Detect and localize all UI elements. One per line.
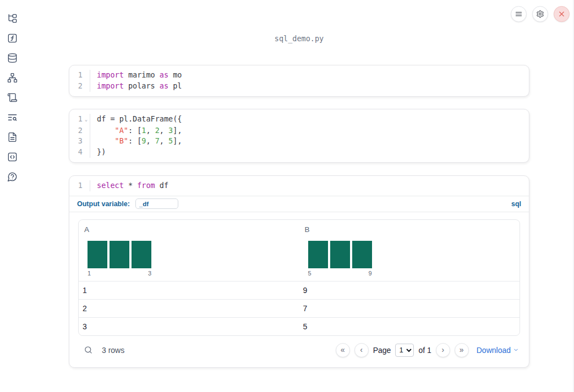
last-page-button[interactable]: » xyxy=(455,343,469,357)
column-histogram: 59 xyxy=(308,241,372,277)
table-cell: 5 xyxy=(299,322,520,331)
document-icon[interactable] xyxy=(7,132,18,142)
chevron-right-icon: › xyxy=(441,346,444,354)
help-icon[interactable] xyxy=(7,172,18,182)
table-row: 19 xyxy=(79,281,520,299)
output-variable-input[interactable] xyxy=(135,198,178,209)
column-histogram: 13 xyxy=(88,241,151,277)
code-line: 2 "A": [1, 2, 3], xyxy=(69,125,529,136)
function-square-icon[interactable] xyxy=(7,33,18,43)
notebook-content: sql_demo.py 1import marimo as mo2import … xyxy=(69,0,529,368)
table-footer: 3 rows « ‹ Page 1 of 1 › » Download xyxy=(78,342,520,358)
histogram-bar xyxy=(308,241,328,268)
page-label: Page xyxy=(373,346,391,355)
histogram-max-label: 9 xyxy=(368,270,371,277)
scroll-icon[interactable] xyxy=(7,92,18,103)
table-cell: 9 xyxy=(299,286,520,295)
next-page-button[interactable]: › xyxy=(436,343,450,357)
dependency-graph-icon[interactable] xyxy=(7,73,18,83)
code-line: 4}) xyxy=(69,147,529,158)
chevrons-right-icon: » xyxy=(460,346,464,354)
row-count: 3 rows xyxy=(102,346,124,355)
table-row: 35 xyxy=(79,317,520,335)
code-cell: 1import marimo as mo2import polars as pl xyxy=(69,65,529,97)
table-cell: 1 xyxy=(79,286,299,295)
code-snippet-icon[interactable] xyxy=(7,152,18,162)
download-label: Download xyxy=(477,346,511,355)
page-of-label: of 1 xyxy=(418,346,431,355)
histogram-min-label: 5 xyxy=(308,270,311,277)
helper-panel-sidebar xyxy=(0,0,24,182)
notebook-filename: sql_demo.py xyxy=(69,0,529,43)
code-editor[interactable]: 1⌄df = pl.DataFrame({2 "A": [1, 2, 3],3 … xyxy=(69,109,529,162)
histogram-min-label: 1 xyxy=(88,270,91,277)
first-page-button[interactable]: « xyxy=(336,343,350,357)
file-tree-icon[interactable] xyxy=(7,13,18,24)
chevron-left-icon: ‹ xyxy=(360,346,363,354)
column-header: A13 xyxy=(79,220,299,281)
code-line: 2import polars as pl xyxy=(69,81,529,92)
column-name[interactable]: B xyxy=(305,225,310,234)
table-cell: 3 xyxy=(79,322,299,331)
line-number: 4 xyxy=(69,147,83,158)
cell-output-area: A13B59 192735 3 rows « ‹ Page 1 of 1 xyxy=(69,212,529,367)
table-cell: 7 xyxy=(299,304,520,313)
code-editor[interactable]: 1import marimo as mo2import polars as pl xyxy=(69,65,529,96)
sql-editor[interactable]: 1select * from df xyxy=(69,176,529,196)
histogram-bar xyxy=(352,241,372,268)
pagination: « ‹ Page 1 of 1 › » xyxy=(336,343,469,357)
database-icon[interactable] xyxy=(7,53,18,63)
page-select[interactable]: 1 xyxy=(395,344,414,357)
line-number: 1 xyxy=(69,114,83,125)
histogram-bar xyxy=(330,241,350,268)
histogram-bar xyxy=(88,241,107,268)
line-number: 3 xyxy=(69,136,83,147)
line-number: 2 xyxy=(69,125,83,136)
search-icon[interactable] xyxy=(84,345,93,355)
fold-chevron-icon[interactable]: ⌄ xyxy=(83,114,90,125)
data-table: A13B59 192735 xyxy=(78,219,520,336)
line-number: 1 xyxy=(69,70,83,81)
output-variable-label: Output variable: xyxy=(77,200,130,208)
table-row: 27 xyxy=(79,299,520,317)
chevron-down-icon xyxy=(513,347,519,353)
histogram-bar xyxy=(110,241,129,268)
column-header: B59 xyxy=(299,220,520,281)
table-body: 192735 xyxy=(79,281,520,335)
code-line: 1⌄df = pl.DataFrame({ xyxy=(69,114,529,125)
download-button[interactable]: Download xyxy=(477,346,519,355)
prev-page-button[interactable]: ‹ xyxy=(354,343,369,357)
table-header: A13B59 xyxy=(79,220,520,281)
shutdown-button[interactable] xyxy=(554,6,570,22)
close-icon xyxy=(557,10,566,18)
table-cell: 2 xyxy=(79,304,299,313)
code-cell: 1⌄df = pl.DataFrame({2 "A": [1, 2, 3],3 … xyxy=(69,109,529,163)
text-search-icon[interactable] xyxy=(7,112,18,123)
line-number: 1 xyxy=(69,180,83,191)
settings-button[interactable] xyxy=(532,6,548,22)
histogram-max-label: 3 xyxy=(148,270,151,277)
marimo-notebook-window: sql_demo.py 1import marimo as mo2import … xyxy=(0,0,574,392)
sql-cell-footer: Output variable: sql xyxy=(69,196,529,212)
gear-icon xyxy=(536,10,544,18)
code-line: 1import marimo as mo xyxy=(69,70,529,81)
language-badge-sql[interactable]: sql xyxy=(511,200,521,208)
sql-cell: 1select * from df Output variable: sql A… xyxy=(69,175,529,368)
line-number: 2 xyxy=(69,81,83,92)
column-name[interactable]: A xyxy=(84,225,89,234)
chevrons-left-icon: « xyxy=(341,346,345,354)
histogram-bar xyxy=(132,241,151,268)
code-line: 3 "B": [9, 7, 5], xyxy=(69,136,529,147)
code-line: 1select * from df xyxy=(69,180,529,191)
